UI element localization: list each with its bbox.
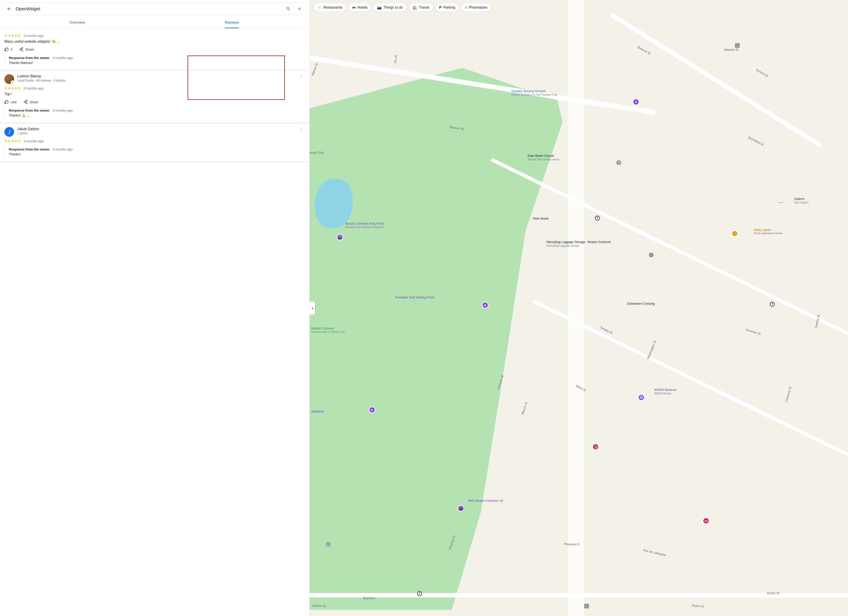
collapse-panel-button[interactable]: ◂ <box>310 301 315 315</box>
poi-park-street[interactable]: Park Street <box>533 217 549 221</box>
poi-wndr[interactable]: WNDR MuseumWNDR Boston <box>654 388 676 395</box>
luggage-pin-icon[interactable] <box>649 252 654 257</box>
reviewer-meta: 1 photo <box>17 131 39 135</box>
owner-response-age: 3 months ago <box>53 56 73 60</box>
chip-transit[interactable]: 🚉Transit <box>409 3 433 12</box>
review-item: J Jakub Gabory 1 photo ⋮ ★★★★★ 3 months … <box>0 124 309 163</box>
share-label: Share <box>30 100 39 104</box>
street-label: Essex St <box>767 591 779 595</box>
back-icon[interactable] <box>4 4 13 13</box>
like-button[interactable]: Like <box>4 99 17 104</box>
transit-icon: 🚉 <box>412 6 417 10</box>
search-input[interactable] <box>16 6 282 12</box>
attraction-pin-icon[interactable]: 🎭 <box>592 444 599 450</box>
owner-response-text: Thanks! <box>9 152 305 156</box>
transit-stop-icon[interactable]: T <box>595 216 600 221</box>
poi-boston-common[interactable]: Boston Commonenerable park h historic cr… <box>311 327 344 334</box>
star-rating-icon: ★★★★★ <box>4 86 21 90</box>
poi-sarku[interactable]: Sarku JapanFresh Japanese Cuisine <box>754 228 782 235</box>
tab-reviews[interactable]: Reviews <box>154 17 309 28</box>
poi-park-church[interactable]: Park Street ChurchStoried 19th-century v… <box>528 154 559 161</box>
street-label: Ave de Lafayette <box>643 548 667 557</box>
chip-things-to-do[interactable]: 📷Things to do <box>374 3 406 12</box>
poi-nannybag[interactable]: Nannybag Luggage Storage - Boston Common… <box>546 240 611 248</box>
owner-response-age: 3 months ago <box>53 108 73 112</box>
like-label: Like <box>10 100 17 104</box>
reviews-list[interactable]: ★★★★★ 3 months ago Many useful website w… <box>0 28 309 616</box>
hotel-pin-icon[interactable]: 🛏 <box>703 518 709 524</box>
more-icon[interactable]: ⋮ <box>298 74 305 79</box>
attraction-pin-icon[interactable]: 📷 <box>337 234 343 240</box>
chip-label: Restaurants <box>323 6 342 9</box>
owner-response: Response from the owner 3 months ago Tha… <box>4 108 305 118</box>
attraction-pin-icon[interactable]: ★ <box>482 302 488 309</box>
map-canvas[interactable]: ◂ 🍴Restaurants 🛏Hotels 📷Things to do 🚉Tr… <box>310 0 848 616</box>
like-count: 4 <box>10 47 12 51</box>
street-label: Walnut St <box>310 62 319 76</box>
chip-hotels[interactable]: 🛏Hotels <box>348 3 371 12</box>
map-park-polygon <box>310 68 563 610</box>
poi-granary[interactable]: Granary Burying GroundHistoric cemetery … <box>511 89 557 96</box>
street-label: Beacon St <box>724 48 738 52</box>
search-icon[interactable] <box>284 4 293 13</box>
poi-claires[interactable]: Claire'sVisit Claire's <box>794 197 808 204</box>
map-road <box>568 0 584 616</box>
bus-pin-icon[interactable]: 🚌 <box>584 604 589 609</box>
share-button[interactable]: Share <box>19 47 34 52</box>
close-icon[interactable] <box>295 4 304 13</box>
side-panel: Overview Reviews ★★★★★ 3 months ago Many… <box>0 0 310 616</box>
street-label: Summer St <box>745 328 761 336</box>
map-road <box>610 13 822 148</box>
owner-response-text: Thanks Mariusz! <box>9 61 305 64</box>
street-label: Essex St <box>692 604 704 608</box>
owner-response-title: Response from the owner <box>9 108 49 112</box>
poi-downtown-crossing[interactable]: Downtown Crossing <box>627 302 655 306</box>
reviewer-name[interactable]: Jakub Gabory <box>17 127 39 131</box>
chip-restaurants[interactable]: 🍴Restaurants <box>314 3 346 12</box>
review-age: 3 months ago <box>24 139 44 143</box>
poi-bandstand[interactable]: andstand <box>311 410 324 414</box>
review-age: 3 months ago <box>24 86 44 90</box>
attraction-pin-icon[interactable]: ★ <box>633 98 639 105</box>
street-label: Bromfield St <box>747 136 764 147</box>
poi-amc[interactable]: AMC Boston Common 19 <box>468 499 503 503</box>
street-label: Joy St <box>393 55 398 64</box>
reviewer-name[interactable]: Ludovic Bianay <box>17 74 65 78</box>
food-pin-icon[interactable]: 🍴 <box>732 231 737 236</box>
attraction-pin-icon[interactable]: ★ <box>369 407 375 413</box>
avatar[interactable] <box>4 74 14 84</box>
map-road <box>491 158 848 338</box>
street-label: School St <box>756 68 769 78</box>
review-text: Top ! <box>4 92 305 96</box>
review-item: ★★★★★ 3 months ago Many useful website w… <box>0 28 309 71</box>
star-rating-icon: ★★★★★ <box>4 139 21 143</box>
chip-parking[interactable]: PParking <box>436 3 459 12</box>
avatar[interactable]: J <box>4 127 14 137</box>
poi-freedom-trail[interactable]: Freedom Trail Starting Point <box>396 295 434 300</box>
poi-frog-pond[interactable]: Boston Common Frog PondSeasonal ice-skat… <box>344 222 384 229</box>
bus-pin-icon[interactable]: 🚌 <box>735 43 740 48</box>
more-icon[interactable]: ⋮ <box>298 127 305 132</box>
owner-response: Response from the owner 3 months ago Tha… <box>4 55 305 65</box>
claires-logo-icon[interactable]: claire's <box>778 200 784 205</box>
search-bar <box>3 3 307 15</box>
like-button[interactable]: 4 <box>4 47 12 52</box>
street-label: Beacon St <box>637 45 651 55</box>
avatar-initial: J <box>8 129 10 135</box>
street-label: Hayward Pl <box>563 542 580 546</box>
street-label: erset Club <box>310 151 324 154</box>
restaurant-icon: 🍴 <box>317 6 322 10</box>
share-button[interactable]: Share <box>24 99 39 104</box>
street-label: Mason St <box>520 401 528 415</box>
map-pond <box>315 179 353 228</box>
review-item: Ludovic Bianay Local Guide · 60 reviews … <box>0 71 309 124</box>
transit-stop-icon[interactable]: T <box>770 302 775 307</box>
pharmacy-icon: ⚕ <box>465 6 467 10</box>
tab-overview[interactable]: Overview <box>0 17 154 28</box>
review-text: Many useful website widgets! 👏 … <box>4 39 305 44</box>
review-age: 3 months ago <box>24 34 44 37</box>
hotel-icon: 🛏 <box>352 6 356 9</box>
museum-pin-icon[interactable]: 🖼 <box>638 394 645 401</box>
church-pin-icon[interactable]: ✝ <box>616 160 621 165</box>
chip-pharmacies[interactable]: ⚕Pharmacies <box>461 3 491 12</box>
